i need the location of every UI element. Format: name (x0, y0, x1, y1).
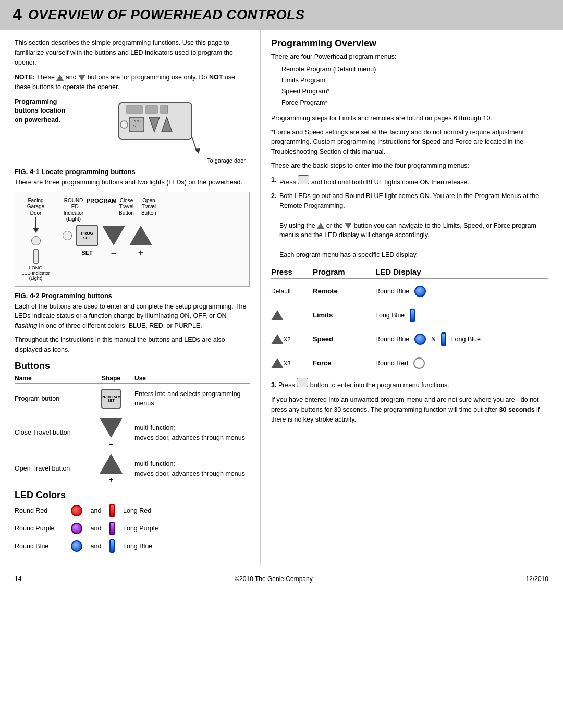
plus-icon: + (109, 476, 113, 484)
round-blue-icon (71, 540, 82, 552)
copyright: ©2010 The Genie Company (235, 575, 312, 583)
round-blue-led (71, 540, 82, 552)
fig1-title: FIG. 4-1 Locate programming buttons (15, 168, 250, 176)
down-triangle-icon (78, 75, 85, 81)
list-item: Remote Program (Default menu) (282, 64, 548, 75)
long-led-label: LONGLED Indicator(Light) (21, 265, 50, 281)
step1: 1. Press and hold until both BLUE lights… (271, 175, 548, 188)
btn3-use: multi-function; moves door, advances thr… (134, 459, 250, 479)
fig1-desc: There are three programming buttons and … (15, 178, 250, 188)
round-blue-text2: Round Blue (375, 336, 409, 343)
final-bold: 30 seconds (499, 406, 535, 413)
up-arrow-inline-icon (317, 223, 324, 229)
chapter-number: 4 (13, 5, 22, 24)
col-name-header: Name (15, 375, 88, 382)
open-travel-button-shape (129, 226, 152, 245)
long-red-icon (109, 504, 115, 517)
ppl-col-led: LED Display (375, 267, 548, 276)
program-btn-step3 (297, 378, 308, 387)
asterisk-text: *Force and Speed settings are set at the… (271, 128, 548, 157)
x2-up-icon (271, 334, 284, 344)
minus-symbol: – (102, 248, 125, 258)
powerhead-svg: PRG SET (98, 97, 202, 155)
ppl-col-program: Program (313, 267, 375, 276)
program-button-icon: PROGRAM SET (101, 389, 121, 409)
close-travel-button-shape (102, 226, 125, 245)
note-label: NOTE: (15, 73, 35, 81)
ppl-col-press: Press (271, 267, 313, 276)
round-red-text: Round Red (375, 360, 408, 367)
btn3-name: Open Travel button (15, 464, 88, 474)
long-purple-icon (109, 522, 115, 535)
close-travel-icon (100, 418, 123, 438)
ppl-program-speed: Speed (313, 335, 375, 343)
buttons-table: Name Shape Use Program button PROGRAM SE… (15, 375, 250, 484)
svg-point-9 (120, 121, 128, 128)
round-red-led (71, 505, 82, 516)
ppl-table-header: Press Program LED Display (271, 267, 548, 279)
steps-text: Programming steps for Limits and remotes… (271, 114, 548, 124)
btn1-shape: PROGRAM SET (88, 389, 134, 409)
page-number: 14 (15, 575, 21, 583)
round-purple-icon (71, 523, 82, 534)
svg-marker-11 (194, 148, 200, 154)
list-item: Limits Program (282, 75, 548, 86)
ppl-press-force: X3 (271, 358, 313, 368)
color3-long: Long Blue (123, 542, 152, 550)
long-blue-led-icon (410, 309, 415, 322)
note-text: NOTE: These and buttons are for programm… (15, 72, 250, 92)
color2-and: and (87, 525, 105, 532)
up-press-icon (271, 310, 284, 320)
ppl-row-force: X3 Force Round Red (271, 354, 548, 373)
powerhead-diagram: Programming buttons location on powerhea… (15, 97, 250, 164)
date: 12/2010 (526, 575, 548, 583)
round-blue-text: Round Blue (375, 288, 409, 295)
menu-list: Remote Program (Default menu) Limits Pro… (282, 64, 548, 108)
color3-and: and (87, 542, 105, 550)
ppl-led-remote: Round Blue (375, 286, 548, 297)
btn1-use: Enters into and selects programming menu… (134, 389, 250, 409)
long-blue-text: Long Blue (375, 312, 405, 319)
round-led-diagram (31, 236, 41, 245)
buttons-diagram-box: FacingGarage Door LONGLED Indicator(Ligh… (15, 192, 250, 287)
plus-symbol: + (129, 248, 152, 258)
left-column: This section describes the simple progra… (0, 30, 261, 565)
long-blue-led2 (441, 332, 446, 346)
col-use-header: Use (134, 375, 250, 382)
led-colors-section: Round Red and Long Red Round Purple (15, 504, 250, 553)
up-triangle-icon (56, 75, 64, 81)
color1-long: Long Red (123, 507, 151, 514)
chapter-header: 4 OVERVIEW OF POWERHEAD CONTROLS (0, 0, 563, 30)
content-area: This section describes the simple progra… (0, 30, 563, 565)
final-text: If you have entered into an unwanted pro… (271, 395, 548, 424)
x2-label: X2 (284, 336, 290, 342)
led-color-row-blue: Round Blue and Long Blue (15, 539, 250, 553)
open-travel-label: OpenTravelButton (141, 198, 156, 223)
svg-text:SET: SET (133, 124, 140, 128)
fig2-desc: Each of the buttons are used to enter an… (15, 302, 250, 331)
chapter-title: OVERVIEW OF POWERHEAD CONTROLS (28, 7, 305, 23)
ppl-led-force: Round Red (375, 357, 548, 369)
ppl-press-speed: X2 (271, 334, 313, 344)
list-item: Speed Program* (282, 86, 548, 97)
right-column: Programming Overview There are four Powe… (261, 30, 563, 565)
ppl-row-limits: Limits Long Blue (271, 306, 548, 325)
color3-name: Round Blue (15, 542, 67, 550)
powerhead-label: Programming buttons location on powerhea… (15, 97, 93, 125)
ppl-program-force: Force (313, 359, 375, 367)
svg-rect-1 (127, 106, 142, 113)
program-button-shape: PROG SET (76, 225, 98, 246)
round-blue-led2 (414, 334, 426, 345)
btn2-shape: – (88, 418, 134, 448)
table-row: Open Travel button + multi-function; mov… (15, 454, 250, 484)
color2-name: Round Purple (15, 525, 67, 532)
round-red-icon (71, 505, 82, 516)
step3-num: 3. (271, 381, 276, 389)
col-shape-header: Shape (88, 375, 134, 382)
ppl-row-speed: X2 Speed Round Blue & Long Blue (271, 330, 548, 349)
step2: 2. Both LEDs go out and Round BLUE light… (271, 191, 548, 260)
arrow-down-icon (33, 217, 39, 233)
led-color-row-red: Round Red and Long Red (15, 504, 250, 517)
intro-text: This section describes the simple progra… (15, 38, 250, 67)
fig2-desc2: Throughout the instructions in this manu… (15, 335, 250, 355)
